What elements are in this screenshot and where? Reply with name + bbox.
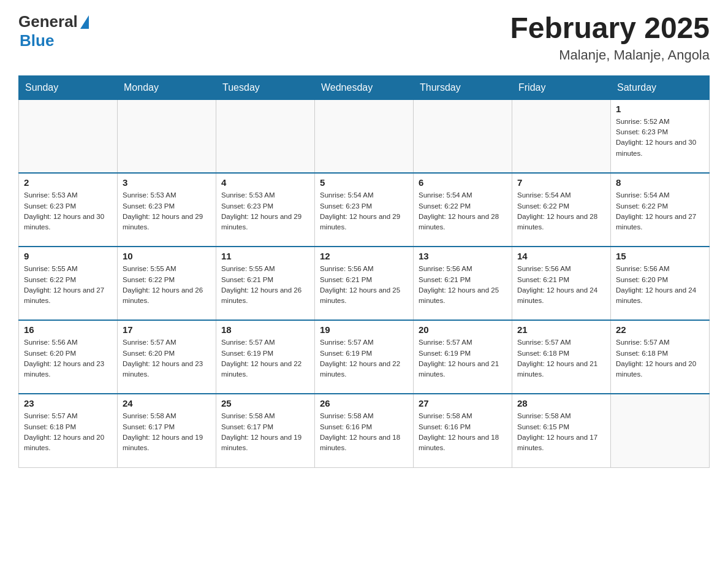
- table-row: 6Sunrise: 5:54 AMSunset: 6:22 PMDaylight…: [414, 173, 512, 247]
- table-row: 3Sunrise: 5:53 AMSunset: 6:23 PMDaylight…: [118, 173, 216, 247]
- day-number: 18: [221, 324, 309, 335]
- day-info: Sunrise: 5:56 AMSunset: 6:21 PMDaylight:…: [419, 264, 507, 306]
- day-number: 12: [320, 251, 408, 261]
- table-row: 27Sunrise: 5:58 AMSunset: 6:16 PMDayligh…: [414, 394, 512, 467]
- day-number: 22: [616, 324, 704, 335]
- table-row: 28Sunrise: 5:58 AMSunset: 6:15 PMDayligh…: [512, 394, 611, 467]
- table-row: 15Sunrise: 5:56 AMSunset: 6:20 PMDayligh…: [611, 247, 710, 320]
- table-row: 19Sunrise: 5:57 AMSunset: 6:19 PMDayligh…: [315, 320, 414, 394]
- table-row: [19, 99, 118, 173]
- day-info: Sunrise: 5:52 AMSunset: 6:23 PMDaylight:…: [616, 117, 704, 159]
- day-number: 24: [123, 398, 211, 408]
- day-number: 10: [123, 251, 211, 261]
- day-number: 9: [24, 251, 112, 261]
- day-info: Sunrise: 5:56 AMSunset: 6:21 PMDaylight:…: [320, 264, 408, 306]
- day-info: Sunrise: 5:58 AMSunset: 6:16 PMDaylight:…: [320, 411, 408, 453]
- day-info: Sunrise: 5:54 AMSunset: 6:22 PMDaylight:…: [419, 190, 507, 232]
- day-info: Sunrise: 5:56 AMSunset: 6:20 PMDaylight:…: [616, 264, 704, 306]
- table-row: 1Sunrise: 5:52 AMSunset: 6:23 PMDaylight…: [611, 99, 710, 173]
- day-info: Sunrise: 5:55 AMSunset: 6:22 PMDaylight:…: [123, 264, 211, 306]
- day-info: Sunrise: 5:54 AMSunset: 6:22 PMDaylight:…: [517, 190, 605, 232]
- day-info: Sunrise: 5:55 AMSunset: 6:21 PMDaylight:…: [221, 264, 309, 306]
- day-number: 17: [123, 324, 211, 335]
- day-info: Sunrise: 5:56 AMSunset: 6:21 PMDaylight:…: [517, 264, 605, 306]
- day-info: Sunrise: 5:57 AMSunset: 6:20 PMDaylight:…: [123, 337, 211, 380]
- day-number: 27: [419, 398, 507, 408]
- header-monday: Monday: [118, 75, 216, 99]
- day-info: Sunrise: 5:58 AMSunset: 6:15 PMDaylight:…: [517, 411, 605, 453]
- logo-blue-text: Blue: [20, 31, 89, 50]
- table-row: 24Sunrise: 5:58 AMSunset: 6:17 PMDayligh…: [118, 394, 216, 467]
- table-row: 18Sunrise: 5:57 AMSunset: 6:19 PMDayligh…: [216, 320, 315, 394]
- table-row: 2Sunrise: 5:53 AMSunset: 6:23 PMDaylight…: [19, 173, 118, 247]
- day-info: Sunrise: 5:57 AMSunset: 6:18 PMDaylight:…: [517, 337, 605, 380]
- day-number: 5: [320, 177, 408, 188]
- day-number: 13: [419, 251, 507, 261]
- calendar-week-row: 1Sunrise: 5:52 AMSunset: 6:23 PMDaylight…: [19, 99, 710, 173]
- table-row: 11Sunrise: 5:55 AMSunset: 6:21 PMDayligh…: [216, 247, 315, 320]
- day-info: Sunrise: 5:58 AMSunset: 6:17 PMDaylight:…: [221, 411, 309, 453]
- day-info: Sunrise: 5:57 AMSunset: 6:19 PMDaylight:…: [320, 337, 408, 380]
- day-info: Sunrise: 5:57 AMSunset: 6:19 PMDaylight:…: [221, 337, 309, 380]
- table-row: [512, 99, 611, 173]
- day-number: 2: [24, 177, 112, 188]
- table-row: 25Sunrise: 5:58 AMSunset: 6:17 PMDayligh…: [216, 394, 315, 467]
- table-row: 26Sunrise: 5:58 AMSunset: 6:16 PMDayligh…: [315, 394, 414, 467]
- table-row: 14Sunrise: 5:56 AMSunset: 6:21 PMDayligh…: [512, 247, 611, 320]
- day-info: Sunrise: 5:54 AMSunset: 6:22 PMDaylight:…: [616, 190, 704, 232]
- title-section: February 2025 Malanje, Malanje, Angola: [510, 12, 710, 63]
- day-info: Sunrise: 5:55 AMSunset: 6:22 PMDaylight:…: [24, 264, 112, 306]
- day-number: 14: [517, 251, 605, 261]
- day-number: 1: [616, 104, 704, 114]
- page-header: General Blue February 2025 Malanje, Mala…: [18, 12, 710, 63]
- day-number: 11: [221, 251, 309, 261]
- day-number: 21: [517, 324, 605, 335]
- table-row: 20Sunrise: 5:57 AMSunset: 6:19 PMDayligh…: [414, 320, 512, 394]
- day-info: Sunrise: 5:57 AMSunset: 6:18 PMDaylight:…: [24, 411, 112, 453]
- day-info: Sunrise: 5:53 AMSunset: 6:23 PMDaylight:…: [123, 190, 211, 232]
- table-row: 5Sunrise: 5:54 AMSunset: 6:23 PMDaylight…: [315, 173, 414, 247]
- day-number: 6: [419, 177, 507, 188]
- table-row: 22Sunrise: 5:57 AMSunset: 6:18 PMDayligh…: [611, 320, 710, 394]
- header-wednesday: Wednesday: [315, 75, 414, 99]
- day-info: Sunrise: 5:53 AMSunset: 6:23 PMDaylight:…: [221, 190, 309, 232]
- table-row: 16Sunrise: 5:56 AMSunset: 6:20 PMDayligh…: [19, 320, 118, 394]
- day-number: 8: [616, 177, 704, 188]
- logo-general-text: General: [18, 12, 78, 31]
- calendar-week-row: 23Sunrise: 5:57 AMSunset: 6:18 PMDayligh…: [19, 394, 710, 467]
- table-row: [216, 99, 315, 173]
- day-number: 4: [221, 177, 309, 188]
- calendar-week-row: 16Sunrise: 5:56 AMSunset: 6:20 PMDayligh…: [19, 320, 710, 394]
- day-number: 23: [24, 398, 112, 408]
- calendar-week-row: 9Sunrise: 5:55 AMSunset: 6:22 PMDaylight…: [19, 247, 710, 320]
- header-friday: Friday: [512, 75, 611, 99]
- table-row: 9Sunrise: 5:55 AMSunset: 6:22 PMDaylight…: [19, 247, 118, 320]
- logo: General Blue: [18, 12, 89, 50]
- day-number: 7: [517, 177, 605, 188]
- day-number: 19: [320, 324, 408, 335]
- day-number: 3: [123, 177, 211, 188]
- day-number: 20: [419, 324, 507, 335]
- day-info: Sunrise: 5:53 AMSunset: 6:23 PMDaylight:…: [24, 190, 112, 232]
- day-number: 25: [221, 398, 309, 408]
- location-title: Malanje, Malanje, Angola: [510, 47, 710, 63]
- day-number: 15: [616, 251, 704, 261]
- table-row: [315, 99, 414, 173]
- day-number: 26: [320, 398, 408, 408]
- table-row: 7Sunrise: 5:54 AMSunset: 6:22 PMDaylight…: [512, 173, 611, 247]
- header-thursday: Thursday: [414, 75, 512, 99]
- month-title: February 2025: [510, 12, 710, 45]
- table-row: 17Sunrise: 5:57 AMSunset: 6:20 PMDayligh…: [118, 320, 216, 394]
- table-row: 13Sunrise: 5:56 AMSunset: 6:21 PMDayligh…: [414, 247, 512, 320]
- day-info: Sunrise: 5:58 AMSunset: 6:16 PMDaylight:…: [419, 411, 507, 453]
- table-row: [414, 99, 512, 173]
- day-number: 28: [517, 398, 605, 408]
- table-row: 12Sunrise: 5:56 AMSunset: 6:21 PMDayligh…: [315, 247, 414, 320]
- day-info: Sunrise: 5:58 AMSunset: 6:17 PMDaylight:…: [123, 411, 211, 453]
- day-info: Sunrise: 5:57 AMSunset: 6:18 PMDaylight:…: [616, 337, 704, 380]
- calendar-table: Sunday Monday Tuesday Wednesday Thursday…: [18, 75, 710, 468]
- table-row: [118, 99, 216, 173]
- day-info: Sunrise: 5:54 AMSunset: 6:23 PMDaylight:…: [320, 190, 408, 232]
- table-row: 21Sunrise: 5:57 AMSunset: 6:18 PMDayligh…: [512, 320, 611, 394]
- table-row: 4Sunrise: 5:53 AMSunset: 6:23 PMDaylight…: [216, 173, 315, 247]
